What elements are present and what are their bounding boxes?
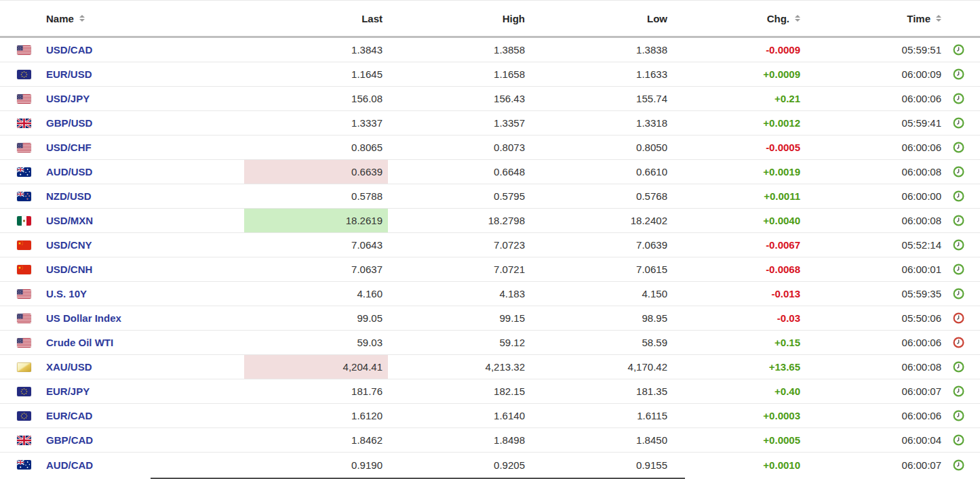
last-cell: 0.6639 bbox=[244, 160, 388, 184]
high-cell: 7.0721 bbox=[388, 257, 530, 281]
table-row[interactable]: NZD/USD 0.5788 0.5795 0.5768 +0.0011 06:… bbox=[0, 184, 980, 209]
low-cell: 4,170.42 bbox=[530, 355, 673, 379]
instrument-link[interactable]: USD/CNY bbox=[46, 239, 92, 251]
table-row[interactable]: GBP/CAD 1.8462 1.8498 1.8450 +0.0005 06:… bbox=[0, 428, 980, 453]
table-row[interactable]: U.S. 10Y 4.160 4.183 4.150 -0.013 05:59:… bbox=[0, 282, 980, 306]
instrument-link[interactable]: EUR/USD bbox=[46, 68, 92, 80]
column-header-chg-label: Chg. bbox=[767, 13, 789, 24]
high-cell: 18.2798 bbox=[388, 209, 530, 232]
table-row[interactable]: EUR/CAD 1.6120 1.6140 1.6115 +0.0003 06:… bbox=[0, 404, 980, 428]
instrument-cell: USD/CHF bbox=[0, 136, 244, 159]
table-row[interactable]: GBP/USD 1.3337 1.3357 1.3318 +0.0012 05:… bbox=[0, 111, 980, 136]
market-open-clock-icon bbox=[948, 111, 980, 135]
chg-cell: -0.0009 bbox=[673, 38, 807, 62]
instrument-link[interactable]: US Dollar Index bbox=[46, 312, 121, 324]
instrument-link[interactable]: USD/CNH bbox=[46, 264, 92, 275]
time-cell: 06:00:09 bbox=[807, 62, 948, 86]
instrument-cell: USD/MXN bbox=[0, 209, 244, 232]
low-cell: 1.1633 bbox=[530, 62, 673, 86]
instrument-link[interactable]: EUR/JPY bbox=[46, 386, 90, 397]
chg-cell: +0.0012 bbox=[673, 111, 807, 135]
instrument-link[interactable]: USD/JPY bbox=[46, 93, 90, 104]
instrument-link[interactable]: Crude Oil WTI bbox=[46, 337, 113, 348]
forex-quotes-table: Name Last High Low Chg. Time USD/C bbox=[0, 0, 980, 477]
table-row[interactable]: USD/CNH 7.0637 7.0721 7.0615 -0.0068 06:… bbox=[0, 257, 980, 282]
time-cell: 06:00:06 bbox=[807, 87, 948, 110]
australia-flag-icon bbox=[17, 460, 31, 470]
table-row[interactable]: USD/CHF 0.8065 0.8073 0.8050 -0.0005 06:… bbox=[0, 136, 980, 160]
chg-cell: +0.0010 bbox=[673, 453, 807, 477]
us-flag-icon bbox=[17, 289, 31, 299]
chg-cell: -0.0067 bbox=[673, 233, 807, 257]
last-cell: 1.6120 bbox=[244, 404, 388, 428]
column-header-last: Last bbox=[244, 13, 388, 24]
low-cell: 181.35 bbox=[530, 379, 673, 403]
instrument-link[interactable]: NZD/USD bbox=[46, 190, 92, 202]
instrument-link[interactable]: USD/MXN bbox=[46, 215, 93, 226]
table-row[interactable]: EUR/JPY 181.76 182.15 181.35 +0.40 06:00… bbox=[0, 379, 980, 404]
instrument-link[interactable]: AUD/CAD bbox=[46, 459, 93, 471]
sort-arrows-icon bbox=[79, 15, 85, 22]
instrument-link[interactable]: GBP/CAD bbox=[46, 434, 93, 446]
low-cell: 58.59 bbox=[530, 331, 673, 354]
last-cell: 0.5788 bbox=[244, 184, 388, 208]
market-open-clock-icon bbox=[948, 453, 980, 477]
low-cell: 0.5768 bbox=[530, 184, 673, 208]
time-cell: 06:00:06 bbox=[807, 404, 948, 428]
last-cell: 7.0637 bbox=[244, 257, 388, 281]
table-row[interactable]: XAU/USD 4,204.41 4,213.32 4,170.42 +13.6… bbox=[0, 355, 980, 379]
table-row[interactable]: AUD/CAD 0.9190 0.9205 0.9155 +0.0010 06:… bbox=[0, 453, 980, 477]
instrument-cell: GBP/CAD bbox=[0, 428, 244, 452]
column-header-chg[interactable]: Chg. bbox=[673, 13, 807, 24]
table-row[interactable]: USD/MXN 18.2619 18.2798 18.2402 +0.0040 … bbox=[0, 209, 980, 233]
table-row[interactable]: USD/CAD 1.3843 1.3858 1.3838 -0.0009 05:… bbox=[0, 38, 980, 62]
last-cell: 1.3337 bbox=[244, 111, 388, 135]
low-cell: 0.8050 bbox=[530, 136, 673, 159]
last-cell: 1.3843 bbox=[244, 38, 388, 62]
time-cell: 05:59:51 bbox=[807, 38, 948, 62]
low-cell: 18.2402 bbox=[530, 209, 673, 232]
table-row[interactable]: USD/JPY 156.08 156.43 155.74 +0.21 06:00… bbox=[0, 87, 980, 111]
instrument-link[interactable]: EUR/CAD bbox=[46, 410, 92, 421]
instrument-link[interactable]: GBP/USD bbox=[46, 117, 92, 129]
time-cell: 05:59:41 bbox=[807, 111, 948, 135]
chg-cell: +0.0005 bbox=[673, 428, 807, 452]
low-cell: 4.150 bbox=[530, 282, 673, 306]
instrument-cell: AUD/USD bbox=[0, 160, 244, 184]
table-row[interactable]: Crude Oil WTI 59.03 59.12 58.59 +0.15 06… bbox=[0, 331, 980, 355]
chg-cell: -0.03 bbox=[673, 306, 807, 330]
column-header-name[interactable]: Name bbox=[0, 13, 244, 24]
market-open-clock-icon bbox=[948, 87, 980, 110]
instrument-link[interactable]: U.S. 10Y bbox=[46, 288, 87, 299]
sort-arrows-icon bbox=[795, 15, 800, 22]
table-row[interactable]: US Dollar Index 99.05 99.15 98.95 -0.03 … bbox=[0, 306, 980, 331]
high-cell: 4.183 bbox=[388, 282, 530, 306]
china-flag-icon bbox=[17, 265, 31, 274]
instrument-link[interactable]: AUD/USD bbox=[46, 166, 92, 178]
table-row[interactable]: AUD/USD 0.6639 0.6648 0.6610 +0.0019 06:… bbox=[0, 160, 980, 184]
instrument-cell: US Dollar Index bbox=[0, 306, 244, 330]
last-cell: 4.160 bbox=[244, 282, 388, 306]
low-cell: 1.6115 bbox=[530, 404, 673, 428]
instrument-link[interactable]: XAU/USD bbox=[46, 361, 92, 373]
low-cell: 155.74 bbox=[530, 87, 673, 110]
table-header-row: Name Last High Low Chg. Time bbox=[0, 1, 980, 38]
instrument-link[interactable]: USD/CHF bbox=[46, 142, 92, 153]
market-open-clock-icon bbox=[948, 184, 980, 208]
instrument-link[interactable]: USD/CAD bbox=[46, 44, 92, 56]
column-header-time[interactable]: Time bbox=[807, 13, 948, 24]
chg-cell: +13.65 bbox=[673, 355, 807, 379]
table-row[interactable]: EUR/USD 1.1645 1.1658 1.1633 +0.0009 06:… bbox=[0, 62, 980, 87]
high-cell: 1.8498 bbox=[388, 428, 530, 452]
instrument-cell: USD/JPY bbox=[0, 87, 244, 110]
low-cell: 98.95 bbox=[530, 306, 673, 330]
time-cell: 06:00:07 bbox=[807, 379, 948, 403]
high-cell: 0.6648 bbox=[388, 160, 530, 184]
table-row[interactable]: USD/CNY 7.0643 7.0723 7.0639 -0.0067 05:… bbox=[0, 233, 980, 257]
column-header-name-label: Name bbox=[46, 13, 74, 24]
chg-cell: +0.0011 bbox=[673, 184, 807, 208]
uk-flag-icon bbox=[17, 119, 31, 128]
instrument-cell: EUR/USD bbox=[0, 62, 244, 86]
last-cell: 0.8065 bbox=[244, 136, 388, 159]
chg-cell: -0.0068 bbox=[673, 257, 807, 281]
